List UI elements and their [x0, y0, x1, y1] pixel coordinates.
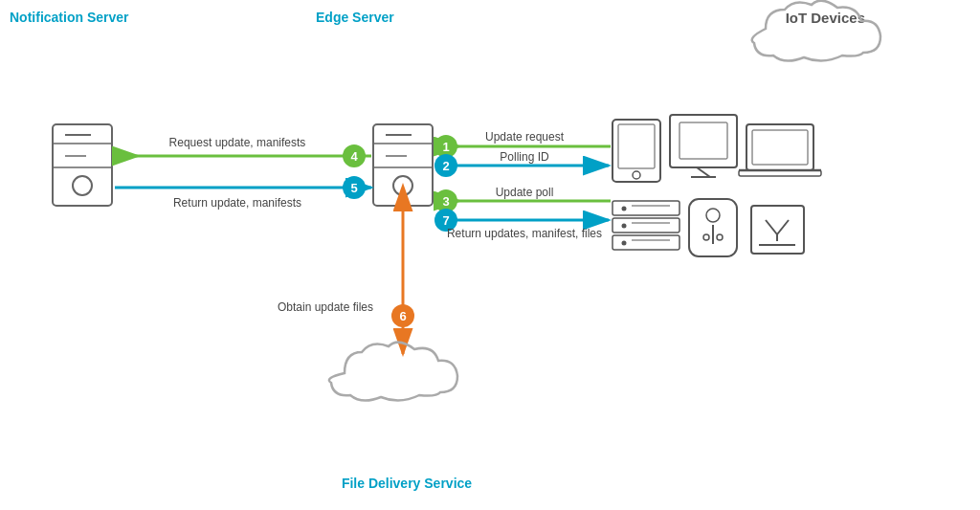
svg-text:Return updates, manifest, file: Return updates, manifest, files [447, 227, 602, 240]
svg-point-54 [434, 154, 457, 177]
svg-text:6: 6 [399, 309, 406, 323]
svg-text:1: 1 [442, 140, 449, 154]
svg-rect-24 [746, 124, 813, 170]
svg-rect-29 [612, 218, 679, 233]
svg-rect-19 [618, 124, 655, 168]
diagram-svg: 1 2 3 7 4 5 6 Update request Polling ID … [0, 0, 980, 510]
svg-rect-20 [670, 115, 737, 167]
svg-point-41 [717, 234, 723, 240]
svg-point-38 [706, 209, 720, 222]
svg-rect-11 [373, 124, 433, 206]
svg-rect-21 [679, 122, 727, 159]
svg-point-18 [633, 171, 640, 179]
svg-text:Update poll: Update poll [496, 186, 554, 199]
svg-point-32 [622, 224, 627, 229]
svg-rect-17 [612, 120, 660, 182]
svg-point-10 [73, 176, 92, 195]
svg-text:Update request: Update request [485, 130, 565, 144]
svg-point-60 [343, 144, 366, 167]
svg-rect-30 [612, 235, 679, 250]
svg-point-56 [434, 189, 457, 212]
svg-text:Obtain update files: Obtain update files [278, 300, 373, 314]
iot-devices-label: IoT Devices [786, 10, 865, 26]
svg-point-62 [343, 176, 366, 199]
svg-rect-37 [689, 199, 737, 256]
svg-point-64 [391, 304, 414, 327]
svg-line-22 [697, 167, 710, 177]
svg-text:2: 2 [442, 159, 449, 173]
svg-point-52 [434, 135, 457, 158]
svg-rect-27 [739, 170, 821, 176]
svg-rect-25 [752, 130, 808, 165]
svg-text:Request update, manifests: Request update, manifests [169, 136, 306, 149]
file-delivery-label: File Delivery Service [325, 476, 488, 491]
svg-text:5: 5 [350, 181, 357, 195]
diagram-container: Notification Server Edge Server IoT Devi… [0, 0, 980, 510]
svg-rect-28 [612, 201, 679, 215]
svg-text:Return update, manifests: Return update, manifests [173, 196, 301, 210]
edge-server-label: Edge Server [316, 10, 394, 25]
svg-rect-5 [53, 124, 112, 206]
svg-point-16 [393, 176, 412, 195]
svg-point-31 [622, 207, 627, 211]
svg-text:4: 4 [350, 149, 358, 164]
notification-server-label: Notification Server [10, 10, 128, 25]
svg-rect-42 [751, 206, 804, 254]
svg-point-40 [703, 234, 709, 240]
svg-point-33 [622, 241, 627, 246]
svg-text:Polling ID: Polling ID [500, 150, 549, 164]
svg-text:3: 3 [442, 194, 449, 209]
svg-text:7: 7 [442, 213, 449, 228]
svg-point-58 [434, 209, 457, 232]
